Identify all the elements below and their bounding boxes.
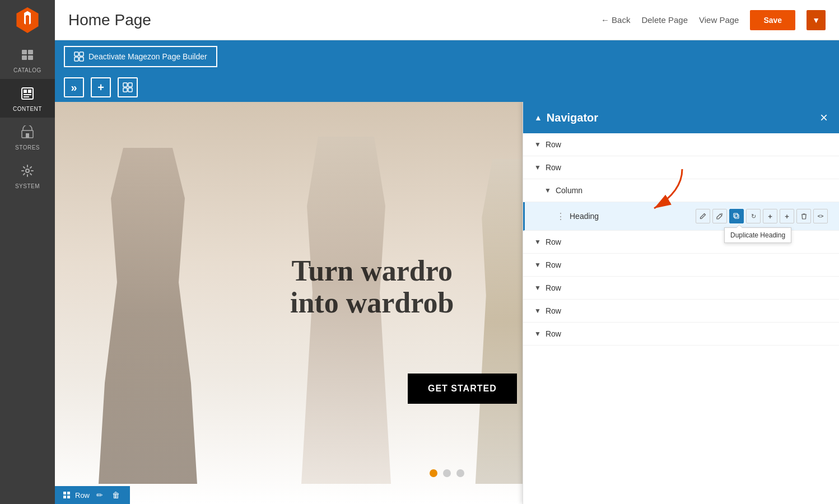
navigator-close-button[interactable]: × [820,111,828,124]
svg-rect-14 [74,57,78,61]
nav-row4-label: Row [546,260,561,269]
navigator-heading-1[interactable]: ⋮ Heading [523,202,839,231]
sidebar-item-system[interactable]: SYSTEM [0,156,55,195]
arrows-icon-button[interactable]: » [64,77,84,97]
sidebar: CATALOG CONTENT STORES [0,0,55,504]
nav-col1-arrow: ▼ [544,186,551,194]
heading-line1: Turn wardro [291,255,453,287]
add-icon-button[interactable]: + [91,77,111,97]
sidebar-item-catalog[interactable]: CATALOG [0,40,55,79]
delete-page-link[interactable]: Delete Page [641,15,688,25]
svg-rect-20 [63,492,66,494]
svg-rect-8 [28,90,31,93]
heading-edit-button[interactable] [696,209,710,223]
svg-rect-17 [128,83,132,87]
heading-style-button[interactable] [712,209,727,223]
svg-rect-23 [67,496,70,498]
heading-duplicate-button[interactable]: Duplicate Heading [729,209,744,223]
navigator-row-1[interactable]: ▼ Row [523,133,839,156]
heading-actions: Duplicate Heading ↻ + + [696,209,828,223]
svg-rect-13 [80,52,83,56]
navigator-header: ▲ Navigator × [523,102,839,133]
navigator-row-3[interactable]: ▼ Row [523,231,839,254]
svg-rect-1 [28,50,33,54]
nav-row7-label: Row [546,329,561,338]
refresh-icon: ↻ [751,213,756,220]
navigator-row-2[interactable]: ▼ Row [523,156,839,179]
canvas-heading: Turn wardro into wardrob [290,255,454,319]
svg-rect-15 [80,57,83,61]
nav-row1-arrow: ▼ [534,141,541,148]
page-header: Home Page ← Back Delete Page View Page S… [55,0,839,40]
navigator-row-7[interactable]: ▼ Row [523,323,839,346]
stores-icon [21,125,34,141]
page-title: Home Page [68,11,592,29]
nav-row5-label: Row [546,283,561,292]
style-pen-icon [716,213,723,220]
svg-rect-24 [735,214,739,218]
pb-deactivate-toolbar: Deactivate Magezon Page Builder [55,40,839,73]
sidebar-item-content[interactable]: CONTENT [0,79,55,118]
svg-point-11 [26,169,29,172]
bottom-row-delete-btn[interactable]: 🗑 [110,489,122,501]
bottom-row-edit-btn[interactable]: ✏ [94,489,105,501]
navigator-row-5[interactable]: ▼ Row [523,277,839,300]
carousel-dots [430,469,464,477]
view-page-link[interactable]: View Page [699,15,739,25]
carousel-dot-2[interactable] [443,469,451,477]
navigator-row-4[interactable]: ▼ Row [523,254,839,277]
heading-code-button[interactable]: <> [813,209,828,223]
navigator-panel: ▲ Navigator × ▼ Row ▼ Row ▼ [523,102,839,504]
deactivate-label: Deactivate Magezon Page Builder [88,52,207,61]
svg-rect-7 [24,96,29,97]
pb-content-toolbar: » + [55,73,839,102]
nav-col1-label: Column [556,186,582,195]
nav-heading1-label: Heading [570,212,599,221]
navigator-column-1[interactable]: ▼ Column [523,179,839,202]
svg-rect-0 [22,50,27,54]
nav-row3-label: Row [546,237,561,246]
header-actions: ← Back Delete Page View Page Save ▼ [601,10,826,30]
sidebar-item-stores[interactable]: STORES [0,118,55,156]
navigator-collapse-icon: ▲ [534,113,542,122]
content-icon [21,87,34,102]
svg-rect-16 [123,83,127,87]
heading-refresh-button[interactable]: ↻ [746,209,761,223]
sidebar-logo [0,0,55,40]
navigator-body: ▼ Row ▼ Row ▼ Column ⋮ Heading [523,133,839,504]
main-area: Home Page ← Back Delete Page View Page S… [55,0,839,504]
back-link[interactable]: ← Back [601,15,631,25]
save-button[interactable]: Save [750,10,795,30]
canvas-area: Turn wardro into wardrob GET STARTED Ro [55,102,839,504]
svg-rect-3 [28,55,33,60]
heading-delete-button[interactable] [796,209,811,223]
navigator-title-text: Navigator [547,111,598,124]
drag-handle-icon: ⋮ [556,211,565,222]
carousel-dot-3[interactable] [456,469,464,477]
get-started-button[interactable]: GET STARTED [408,374,517,404]
heading-add-before-button[interactable]: + [763,209,777,223]
add-before-icon: + [768,212,772,221]
nav-row5-arrow: ▼ [534,284,541,292]
edit-pencil-icon [700,213,706,220]
bottom-row-bar: Row ✏ 🗑 [55,486,130,504]
sidebar-item-catalog-label: CATALOG [13,67,41,73]
svg-rect-25 [734,213,738,217]
nav-row3-arrow: ▼ [534,238,541,246]
nav-row4-arrow: ▼ [534,261,541,269]
canvas-overlay-text: Turn wardro into wardrob [290,255,454,319]
carousel-dot-1[interactable] [430,469,437,477]
nav-row6-arrow: ▼ [534,307,541,315]
nav-row6-label: Row [546,306,561,315]
duplicate-icon [733,213,740,220]
save-dropdown-button[interactable]: ▼ [807,10,826,30]
heading-add-after-button[interactable]: + [780,209,794,223]
deactivate-pagebuilder-button[interactable]: Deactivate Magezon Page Builder [64,46,217,67]
svg-rect-5 [24,90,27,93]
figure-left [86,148,209,484]
navigator-row-6[interactable]: ▼ Row [523,300,839,323]
svg-rect-10 [26,133,29,138]
magento-logo-icon [15,7,40,33]
svg-rect-18 [123,88,127,92]
grid-icon-button[interactable] [118,77,138,97]
